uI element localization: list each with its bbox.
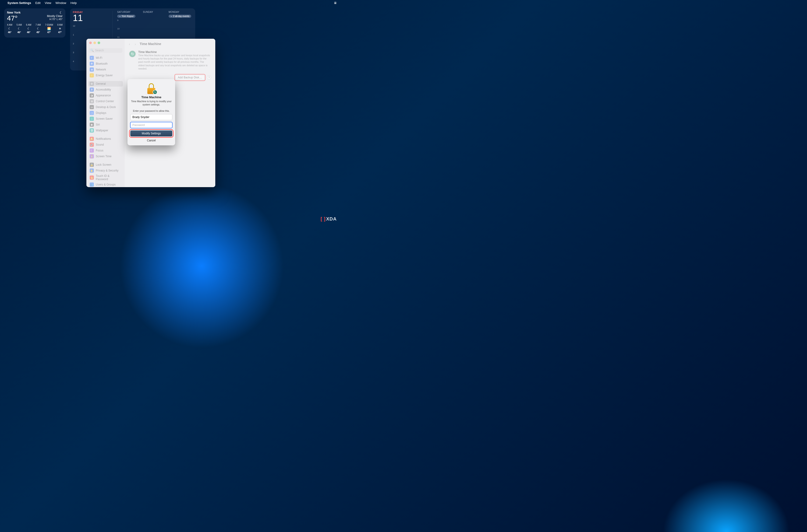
- sidebar-item-desktop-dock[interactable]: ▭Desktop & Dock: [88, 104, 123, 110]
- sidebar-icon: 👥: [90, 183, 94, 187]
- sidebar-item-bluetooth[interactable]: ֍Bluetooth: [88, 61, 123, 66]
- sidebar-item-wallpaper[interactable]: 🖼Wallpaper: [88, 128, 123, 133]
- weather-widget[interactable]: New York 47° ☾ Mostly Clear H:70° L:45° …: [4, 8, 66, 38]
- time-machine-icon: ↻: [129, 51, 136, 57]
- calendar-event-pill[interactable]: 2 all-day events: [169, 15, 191, 18]
- sidebar-item-appearance[interactable]: ◑Appearance: [88, 93, 123, 98]
- description-head: Time Machine: [138, 51, 211, 54]
- calendar-event-pill[interactable]: Yom Kippur: [117, 15, 135, 18]
- weather-hour: 5 AM☾46°: [17, 23, 22, 34]
- sidebar-item-screen-time[interactable]: ⏳Screen Time: [88, 154, 123, 159]
- xda-watermark: [ ]XDA: [320, 216, 337, 222]
- page-title: Time Machine: [140, 42, 161, 46]
- cancel-button[interactable]: Cancel: [130, 138, 172, 143]
- sidebar-item-label: Privacy & Security: [96, 169, 118, 172]
- sidebar-item-label: Screen Saver: [96, 117, 113, 120]
- username-field[interactable]: [130, 114, 172, 120]
- sidebar-item-label: Appearance: [96, 94, 111, 97]
- modify-settings-button[interactable]: Modify Settings: [130, 130, 172, 136]
- menu-view[interactable]: View: [45, 1, 51, 5]
- sidebar-item-label: Network: [96, 68, 106, 71]
- sidebar-icon: ⚡: [90, 73, 94, 77]
- search-input[interactable]: 🔍 Search: [89, 48, 122, 53]
- sidebar-item-general[interactable]: ⚙General: [88, 81, 123, 87]
- sidebar-icon: 🔊: [90, 142, 94, 147]
- weather-condition: Mostly Clear: [47, 15, 62, 18]
- sidebar-icon: ◉: [90, 122, 94, 127]
- sidebar-item-privacy-security[interactable]: ✋Privacy & Security: [88, 168, 123, 173]
- sidebar-item-control-center[interactable]: ⊞Control Center: [88, 98, 123, 104]
- sidebar-item-network[interactable]: ⊕Network: [88, 67, 123, 72]
- sidebar-item-accessibility[interactable]: ♿Accessibility: [88, 87, 123, 92]
- minimize-icon[interactable]: [93, 41, 96, 44]
- sidebar-icon: ⏳: [90, 154, 94, 158]
- sidebar-icon: ֍: [90, 62, 94, 66]
- sidebar-item-touch-id-password[interactable]: 👆Touch ID & Password: [88, 174, 123, 182]
- menubar-app-name[interactable]: System Settings: [7, 1, 31, 5]
- sidebar-item-notifications[interactable]: 🔔Notifications: [88, 136, 123, 141]
- sidebar-item-label: Accessibility: [96, 88, 111, 91]
- sidebar-item-label: Screen Time: [96, 155, 111, 158]
- help-button[interactable]: ?: [207, 75, 211, 80]
- sidebar-item-wi-fi[interactable]: ᯤWi-Fi: [88, 55, 123, 61]
- sidebar-item-focus[interactable]: ☾Focus: [88, 148, 123, 153]
- sidebar-icon: 👆: [90, 175, 94, 180]
- settings-sidebar: 🔍 Search ᯤWi-Fi֍Bluetooth⊕Network⚡Energy…: [86, 39, 125, 187]
- menu-help[interactable]: Help: [71, 1, 77, 5]
- window-controls[interactable]: [89, 41, 100, 44]
- sidebar-icon: ᯤ: [90, 56, 94, 60]
- auth-dialog: ↻ Time Machine Time Machine is trying to…: [128, 79, 175, 145]
- sidebar-icon: ▭: [90, 105, 94, 109]
- weather-hour: 4 AM☾46°: [7, 23, 12, 34]
- sidebar-icon: ☾: [90, 148, 94, 153]
- sidebar-item-label: Control Center: [96, 100, 114, 103]
- display-icon[interactable]: 🖥: [334, 1, 337, 5]
- description-body: Time Machine backs up your computer and …: [138, 54, 211, 70]
- sidebar-item-label: Desktop & Dock: [96, 106, 116, 109]
- time-machine-badge-icon: ↻: [153, 90, 158, 95]
- add-backup-disk-button[interactable]: Add Backup Disk…: [176, 75, 205, 80]
- sidebar-item-users-groups[interactable]: 👥Users & Groups: [88, 182, 123, 187]
- sidebar-item-screen-saver[interactable]: ░Screen Saver: [88, 116, 123, 121]
- forward-button[interactable]: ›: [134, 42, 137, 46]
- menu-edit[interactable]: Edit: [35, 1, 40, 5]
- menu-window[interactable]: Window: [56, 1, 66, 5]
- sidebar-item-label: Touch ID & Password: [96, 174, 122, 181]
- sidebar-items: ᯤWi-Fi֍Bluetooth⊕Network⚡Energy Saver⚙Ge…: [88, 55, 123, 187]
- sidebar-item-lock-screen[interactable]: 🔒Lock Screen: [88, 162, 123, 168]
- menubar: System Settings Edit View Window Help 🖥: [0, 0, 340, 6]
- moon-icon: ☾: [47, 11, 62, 15]
- weather-hourly: 4 AM☾46°5 AM☾46°6 AM☾46°7 AM☾45°7:03AM🌅4…: [7, 23, 62, 34]
- sidebar-icon: ▢: [90, 111, 94, 115]
- sidebar-icon: 🔔: [90, 137, 94, 141]
- sidebar-item-label: Focus: [96, 149, 104, 152]
- password-field[interactable]: [130, 122, 172, 128]
- sidebar-item-label: Siri: [96, 123, 100, 126]
- sidebar-item-label: Notifications: [96, 137, 111, 140]
- search-icon: 🔍: [90, 49, 94, 52]
- auth-title: Time Machine: [130, 95, 172, 99]
- weather-city: New York: [7, 11, 21, 14]
- sidebar-item-displays[interactable]: ▢Displays: [88, 110, 123, 116]
- sidebar-item-energy-saver[interactable]: ⚡Energy Saver: [88, 73, 123, 78]
- time-machine-description: ↻ Time Machine Time Machine backs up you…: [128, 49, 212, 72]
- sidebar-item-label: Sound: [96, 143, 104, 146]
- lock-icon: ↻: [146, 83, 157, 94]
- sidebar-item-sound[interactable]: 🔊Sound: [88, 142, 123, 148]
- weather-hour: 6 AM☾46°: [26, 23, 31, 34]
- calendar-today-num: 11: [73, 14, 110, 22]
- weather-hour: 7 AM☾45°: [36, 23, 41, 34]
- weather-temp: 47°: [7, 15, 21, 22]
- sidebar-icon: ⊞: [90, 99, 94, 103]
- back-button[interactable]: ‹: [128, 42, 131, 46]
- sidebar-item-label: Wallpaper: [96, 129, 108, 132]
- sidebar-icon: ░: [90, 117, 94, 121]
- sidebar-icon: ◑: [90, 93, 94, 97]
- weather-hour: 7:03AM🌅47°: [45, 23, 53, 34]
- auth-instruction: Enter your password to allow this.: [130, 110, 172, 112]
- weather-hour: 8 AM☀47°: [57, 23, 62, 34]
- sidebar-item-label: Displays: [96, 111, 106, 115]
- zoom-icon[interactable]: [97, 41, 100, 44]
- sidebar-item-siri[interactable]: ◉Siri: [88, 122, 123, 127]
- close-icon[interactable]: [89, 41, 92, 44]
